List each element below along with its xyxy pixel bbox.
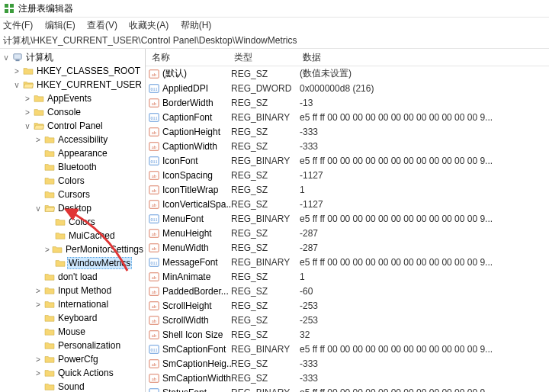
tree-label[interactable]: HKEY_CLASSES_ROOT	[35, 66, 142, 76]
value-row[interactable]: abCaptionWidth REG_SZ -333	[146, 139, 549, 153]
tree-item[interactable]: Cursors	[0, 188, 145, 201]
value-row[interactable]: abScrollHeight REG_SZ -253	[146, 298, 549, 313]
tree-item[interactable]: v Desktop	[0, 201, 145, 215]
address-bar[interactable]: 计算机\HKEY_CURRENT_USER\Control Panel\Desk…	[0, 33, 549, 49]
tree-root[interactable]: v 计算机	[0, 50, 145, 64]
tree-label[interactable]: Console	[46, 107, 82, 117]
tree-label[interactable]: International	[56, 299, 110, 310]
tree-item[interactable]: > Quick Actions	[0, 366, 145, 380]
twisty-icon[interactable]: >	[34, 300, 43, 309]
tree-label[interactable]: Keyboard	[56, 313, 98, 323]
twisty-icon[interactable]: >	[23, 108, 32, 117]
twisty-icon[interactable]	[34, 273, 43, 281]
value-row[interactable]: abSmCaptionWidth REG_SZ -333	[146, 371, 549, 385]
tree-label[interactable]: Control Panel	[46, 120, 104, 131]
twisty-icon[interactable]	[44, 232, 53, 240]
value-row[interactable]: abCaptionHeight REG_SZ -333	[146, 124, 549, 139]
menubar[interactable]: 文件(F) 编辑(E) 查看(V) 收藏夹(A) 帮助(H)	[0, 18, 549, 33]
value-row[interactable]: abIconTitleWrap REG_SZ 1	[146, 182, 549, 197]
value-row[interactable]: abMinAnimate REG_SZ 1	[146, 269, 549, 284]
tree-label[interactable]: Sound	[56, 381, 86, 392]
tree-label[interactable]: don't load	[56, 272, 99, 282]
value-row[interactable]: abIconVerticalSpa... REG_SZ -1127	[146, 197, 549, 211]
tree-item[interactable]: > AppEvents	[0, 92, 145, 105]
tree-item[interactable]: Colors	[0, 215, 145, 229]
twisty-icon[interactable]: v	[34, 204, 43, 213]
value-row[interactable]: 011StatusFont REG_BINARY e5 ff ff 00 00 …	[146, 385, 549, 392]
col-header-data[interactable]: 数据	[303, 51, 549, 64]
tree-item[interactable]: WindowMetrics	[0, 256, 145, 270]
tree-label[interactable]: Personalization	[56, 340, 122, 351]
value-row[interactable]: 011AppliedDPI REG_DWORD 0x000000d8 (216)	[146, 81, 549, 95]
tree-label[interactable]: AppEvents	[46, 93, 93, 104]
tree-label[interactable]: MuiCached	[67, 230, 117, 241]
value-row[interactable]: abMenuWidth REG_SZ -287	[146, 240, 549, 255]
value-row[interactable]: abIconSpacing REG_SZ -1127	[146, 168, 549, 182]
twisty-icon[interactable]: >	[23, 95, 32, 103]
twisty-icon[interactable]: >	[34, 369, 43, 378]
twisty-icon[interactable]: v	[23, 122, 32, 130]
col-header-name[interactable]: 名称	[146, 51, 234, 64]
menu-fav[interactable]: 收藏夹(A)	[129, 20, 169, 31]
list-header[interactable]: 名称 类型 数据	[146, 49, 549, 66]
tree-label[interactable]: Colors	[56, 175, 86, 186]
values-pane[interactable]: 名称 类型 数据 ab(默认) REG_SZ (数值未设置) 011Applie…	[146, 49, 549, 392]
col-header-type[interactable]: 类型	[234, 51, 303, 64]
tree-label[interactable]: Appearance	[56, 148, 109, 159]
tree-label[interactable]: PerMonitorSettings	[64, 244, 145, 255]
twisty-icon[interactable]	[34, 177, 43, 185]
twisty-icon[interactable]: >	[34, 287, 43, 295]
value-row[interactable]: ab(默认) REG_SZ (数值未设置)	[146, 66, 549, 81]
tree-item[interactable]: Keyboard	[0, 311, 145, 325]
value-row[interactable]: 011IconFont REG_BINARY e5 ff ff 00 00 00…	[146, 153, 549, 168]
twisty-icon[interactable]	[44, 259, 53, 268]
tree-label[interactable]: WindowMetrics	[67, 257, 132, 269]
tree-hive[interactable]: v HKEY_CURRENT_USER	[0, 78, 145, 92]
tree-label[interactable]: Colors	[67, 217, 97, 227]
tree-label[interactable]: 计算机	[24, 51, 55, 64]
value-row[interactable]: abMenuHeight REG_SZ -287	[146, 226, 549, 240]
tree-label[interactable]: Quick Actions	[56, 368, 115, 378]
twisty-icon[interactable]	[34, 383, 43, 391]
twisty-icon[interactable]	[34, 314, 43, 323]
tree-item[interactable]: Colors	[0, 174, 145, 188]
tree-label[interactable]: PowerCfg	[56, 354, 100, 365]
tree-item[interactable]: > PerMonitorSettings	[0, 243, 145, 256]
tree-item[interactable]: MuiCached	[0, 229, 145, 243]
tree-item[interactable]: > Console	[0, 105, 145, 119]
twisty-icon[interactable]: v	[12, 81, 21, 89]
tree-item[interactable]: v Control Panel	[0, 119, 145, 133]
tree-label[interactable]: Mouse	[56, 326, 87, 337]
twisty-icon[interactable]	[34, 191, 43, 199]
value-row[interactable]: 011CaptionFont REG_BINARY e5 ff ff 00 00…	[146, 110, 549, 124]
value-row[interactable]: abPaddedBorder... REG_SZ -60	[146, 284, 549, 298]
twisty-icon[interactable]: >	[34, 136, 43, 144]
tree-label[interactable]: Bluetooth	[56, 162, 98, 172]
value-row[interactable]: abScrollWidth REG_SZ -253	[146, 313, 549, 327]
tree-label[interactable]: Input Method	[56, 285, 113, 296]
twisty-icon[interactable]	[34, 163, 43, 172]
tree-item[interactable]: Appearance	[0, 146, 145, 160]
twisty-icon[interactable]: >	[44, 246, 50, 254]
tree-hive[interactable]: > HKEY_CLASSES_ROOT	[0, 64, 145, 78]
twisty-icon[interactable]: >	[34, 355, 43, 364]
twisty-icon[interactable]: >	[12, 67, 21, 76]
value-row[interactable]: 011MessageFont REG_BINARY e5 ff ff 00 00…	[146, 255, 549, 269]
twisty-icon[interactable]: v	[2, 53, 11, 62]
twisty-icon[interactable]	[44, 218, 53, 227]
menu-view[interactable]: 查看(V)	[87, 20, 117, 31]
value-row[interactable]: 011SmCaptionFont REG_BINARY e5 ff ff 00 …	[146, 342, 549, 356]
tree-item[interactable]: > PowerCfg	[0, 352, 145, 366]
tree-item[interactable]: > International	[0, 297, 145, 311]
tree-item[interactable]: > Input Method	[0, 284, 145, 297]
tree-item[interactable]: Sound	[0, 380, 145, 392]
tree-label[interactable]: Accessibility	[56, 134, 109, 145]
menu-file[interactable]: 文件(F)	[3, 20, 33, 31]
tree-label[interactable]: Desktop	[56, 203, 93, 214]
twisty-icon[interactable]	[34, 342, 43, 350]
tree-pane[interactable]: v 计算机 > HKEY_CLASSES_ROOT v HKEY_CURRENT…	[0, 49, 146, 392]
value-row[interactable]: 011MenuFont REG_BINARY e5 ff ff 00 00 00…	[146, 211, 549, 226]
value-row[interactable]: abBorderWidth REG_SZ -13	[146, 95, 549, 110]
menu-help[interactable]: 帮助(H)	[181, 20, 212, 31]
tree-label[interactable]: HKEY_CURRENT_USER	[35, 79, 143, 90]
